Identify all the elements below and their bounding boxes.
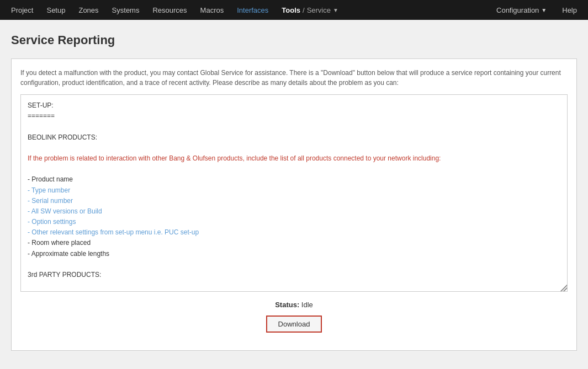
config-arrow-icon: ▼	[541, 7, 547, 13]
description-text: If you detect a malfunction with the pro…	[20, 68, 568, 88]
serial-number-line: - Serial number	[28, 196, 560, 206]
setup-header: SET-UP:	[28, 100, 560, 111]
textarea-container: SET-UP: ======= BEOLINK PRODUCTS: If the…	[20, 94, 568, 292]
resize-handle[interactable]	[560, 285, 567, 291]
beolink-instruction: If the problem is related to interaction…	[28, 153, 560, 164]
setup-separator: =======	[28, 111, 560, 121]
sw-versions-line: - All SW versions or Build	[28, 206, 560, 217]
nav-tools-label: Tools	[282, 6, 300, 14]
nav-dropdown-arrow: ▼	[333, 7, 338, 13]
status-idle: Idle	[301, 301, 313, 309]
main-box: If you detect a malfunction with the pro…	[11, 58, 577, 351]
page-content: Service Reporting If you detect a malfun…	[0, 20, 588, 364]
nav-resources[interactable]: Resources	[146, 0, 193, 20]
nav-configuration[interactable]: Configuration ▼	[490, 0, 553, 20]
nav-systems[interactable]: Systems	[105, 0, 146, 20]
third-party-header: 3rd PARTY PRODUCTS:	[28, 270, 560, 280]
other-settings-line: - Other relevant settings from set-up me…	[28, 227, 560, 238]
navbar-right: Configuration ▼ Help	[490, 0, 584, 20]
beolink-header: BEOLINK PRODUCTS:	[28, 132, 560, 143]
type-number-line: - Type number	[28, 185, 560, 196]
nav-setup[interactable]: Setup	[40, 0, 72, 20]
room-placed-line: - Room where placed	[28, 238, 560, 248]
navbar-left: Project Setup Zones Systems Resources Ma…	[4, 0, 490, 20]
nav-slash: /	[303, 6, 305, 14]
status-label: Status:	[275, 301, 299, 309]
nav-macros[interactable]: Macros	[194, 0, 231, 20]
page-title: Service Reporting	[11, 33, 577, 47]
nav-interfaces[interactable]: Interfaces	[230, 0, 275, 20]
option-settings-line: - Option settings	[28, 217, 560, 227]
status-row: Status: Idle	[20, 301, 568, 309]
nav-zones[interactable]: Zones	[72, 0, 105, 20]
download-button[interactable]: Download	[266, 315, 322, 333]
cable-lengths-line: - Approximate cable lengths	[28, 249, 560, 259]
third-party-instruction: If the problem is related to interaction…	[28, 291, 560, 291]
nav-tools-service[interactable]: Tools / Service ▼	[275, 0, 345, 20]
download-row: Download	[20, 315, 568, 333]
nav-project[interactable]: Project	[4, 0, 40, 20]
nav-help[interactable]: Help	[555, 0, 584, 20]
product-name-line: - Product name	[28, 174, 560, 185]
content-area[interactable]: SET-UP: ======= BEOLINK PRODUCTS: If the…	[21, 95, 567, 291]
nav-service-label: Service	[307, 6, 331, 14]
navbar: Project Setup Zones Systems Resources Ma…	[0, 0, 588, 20]
